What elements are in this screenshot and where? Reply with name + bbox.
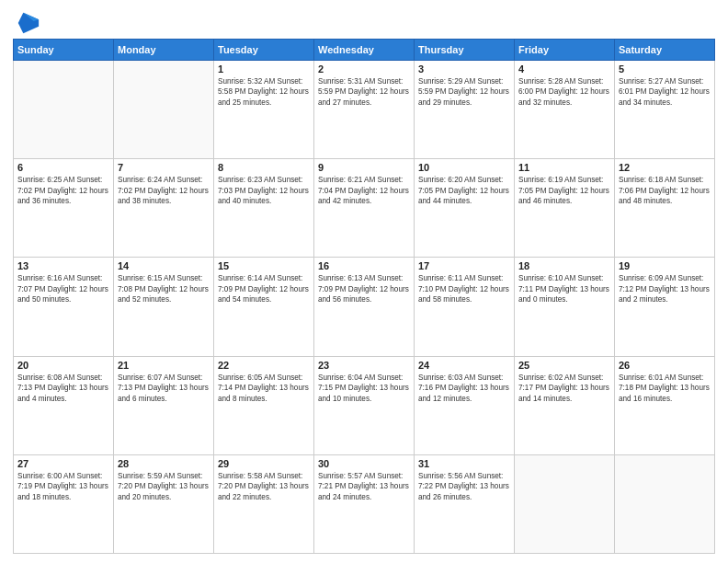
day-number: 31 [418,458,510,469]
day-content: Sunrise: 6:08 AM Sunset: 7:13 PM Dayligh… [17,373,109,404]
calendar-cell: 21Sunrise: 6:07 AM Sunset: 7:13 PM Dayli… [114,356,214,454]
calendar-cell [14,61,114,159]
calendar-cell: 11Sunrise: 6:19 AM Sunset: 7:05 PM Dayli… [515,159,615,258]
day-number: 28 [118,458,210,469]
day-content: Sunrise: 6:15 AM Sunset: 7:08 PM Dayligh… [118,273,210,304]
calendar-cell: 31Sunrise: 5:56 AM Sunset: 7:22 PM Dayli… [415,454,515,553]
day-content: Sunrise: 6:25 AM Sunset: 7:02 PM Dayligh… [17,175,109,206]
day-number: 24 [418,360,510,371]
day-content: Sunrise: 6:21 AM Sunset: 7:04 PM Dayligh… [318,175,410,206]
day-number: 21 [118,360,210,371]
calendar-week-row: 27Sunrise: 6:00 AM Sunset: 7:19 PM Dayli… [14,454,715,553]
day-number: 12 [619,162,711,173]
calendar-cell: 17Sunrise: 6:11 AM Sunset: 7:10 PM Dayli… [415,258,515,356]
day-number: 30 [318,458,410,469]
day-number: 8 [218,162,310,173]
calendar-cell [515,454,615,553]
calendar-cell: 16Sunrise: 6:13 AM Sunset: 7:09 PM Dayli… [314,258,415,356]
logo [13,13,40,35]
calendar-cell: 14Sunrise: 6:15 AM Sunset: 7:08 PM Dayli… [114,258,214,356]
calendar-week-row: 20Sunrise: 6:08 AM Sunset: 7:13 PM Dayli… [14,356,715,454]
day-content: Sunrise: 6:07 AM Sunset: 7:13 PM Dayligh… [118,373,210,404]
day-content: Sunrise: 5:56 AM Sunset: 7:22 PM Dayligh… [418,471,510,502]
day-number: 25 [518,360,610,371]
day-content: Sunrise: 6:00 AM Sunset: 7:19 PM Dayligh… [17,471,109,502]
day-number: 6 [17,162,109,173]
day-number: 27 [17,458,109,469]
day-content: Sunrise: 6:01 AM Sunset: 7:18 PM Dayligh… [619,373,711,404]
calendar-cell: 25Sunrise: 6:02 AM Sunset: 7:17 PM Dayli… [515,356,615,454]
calendar-cell: 8Sunrise: 6:23 AM Sunset: 7:03 PM Daylig… [214,159,314,258]
day-header-tuesday: Tuesday [214,40,314,61]
day-number: 19 [619,260,711,271]
day-number: 15 [218,260,310,271]
day-content: Sunrise: 6:23 AM Sunset: 7:03 PM Dayligh… [218,175,310,206]
day-content: Sunrise: 6:24 AM Sunset: 7:02 PM Dayligh… [118,175,210,206]
day-number: 4 [518,63,610,75]
day-number: 16 [318,260,410,271]
day-content: Sunrise: 6:20 AM Sunset: 7:05 PM Dayligh… [418,175,510,206]
calendar-cell: 26Sunrise: 6:01 AM Sunset: 7:18 PM Dayli… [615,356,715,454]
calendar-cell: 27Sunrise: 6:00 AM Sunset: 7:19 PM Dayli… [14,454,114,553]
day-content: Sunrise: 5:58 AM Sunset: 7:20 PM Dayligh… [218,471,310,502]
day-number: 22 [218,360,310,371]
logo-icon [15,9,40,35]
calendar-week-row: 6Sunrise: 6:25 AM Sunset: 7:02 PM Daylig… [14,159,715,258]
calendar-header-row: SundayMondayTuesdayWednesdayThursdayFrid… [14,40,715,61]
day-header-saturday: Saturday [615,40,715,61]
day-number: 1 [218,63,310,75]
day-content: Sunrise: 5:28 AM Sunset: 6:00 PM Dayligh… [518,76,610,108]
calendar-cell [114,61,214,159]
header [13,9,715,35]
calendar-cell: 6Sunrise: 6:25 AM Sunset: 7:02 PM Daylig… [14,159,114,258]
day-content: Sunrise: 6:16 AM Sunset: 7:07 PM Dayligh… [17,273,109,304]
page: SundayMondayTuesdayWednesdayThursdayFrid… [0,0,728,563]
calendar-week-row: 1Sunrise: 5:32 AM Sunset: 5:58 PM Daylig… [14,61,715,159]
day-number: 18 [518,260,610,271]
day-content: Sunrise: 6:10 AM Sunset: 7:11 PM Dayligh… [518,273,610,304]
calendar-cell: 15Sunrise: 6:14 AM Sunset: 7:09 PM Dayli… [214,258,314,356]
day-content: Sunrise: 6:14 AM Sunset: 7:09 PM Dayligh… [218,273,310,304]
day-content: Sunrise: 6:05 AM Sunset: 7:14 PM Dayligh… [218,373,310,404]
day-content: Sunrise: 5:32 AM Sunset: 5:58 PM Dayligh… [218,76,310,108]
day-content: Sunrise: 6:19 AM Sunset: 7:05 PM Dayligh… [518,175,610,206]
calendar-table: SundayMondayTuesdayWednesdayThursdayFrid… [13,39,715,554]
calendar-cell: 19Sunrise: 6:09 AM Sunset: 7:12 PM Dayli… [615,258,715,356]
day-number: 20 [17,360,109,371]
day-number: 10 [418,162,510,173]
day-header-monday: Monday [114,40,214,61]
calendar-cell: 5Sunrise: 5:27 AM Sunset: 6:01 PM Daylig… [615,61,715,159]
day-content: Sunrise: 5:27 AM Sunset: 6:01 PM Dayligh… [619,76,711,108]
day-number: 3 [418,63,510,75]
calendar-cell: 24Sunrise: 6:03 AM Sunset: 7:16 PM Dayli… [415,356,515,454]
calendar-cell: 29Sunrise: 5:58 AM Sunset: 7:20 PM Dayli… [214,454,314,553]
day-content: Sunrise: 6:18 AM Sunset: 7:06 PM Dayligh… [619,175,711,206]
calendar-cell: 12Sunrise: 6:18 AM Sunset: 7:06 PM Dayli… [615,159,715,258]
day-header-thursday: Thursday [415,40,515,61]
day-content: Sunrise: 6:03 AM Sunset: 7:16 PM Dayligh… [418,373,510,404]
day-number: 13 [17,260,109,271]
calendar-week-row: 13Sunrise: 6:16 AM Sunset: 7:07 PM Dayli… [14,258,715,356]
day-header-wednesday: Wednesday [314,40,415,61]
day-number: 11 [518,162,610,173]
calendar-cell: 2Sunrise: 5:31 AM Sunset: 5:59 PM Daylig… [314,61,415,159]
calendar-cell: 13Sunrise: 6:16 AM Sunset: 7:07 PM Dayli… [14,258,114,356]
day-number: 29 [218,458,310,469]
day-content: Sunrise: 6:13 AM Sunset: 7:09 PM Dayligh… [318,273,410,304]
calendar-cell: 23Sunrise: 6:04 AM Sunset: 7:15 PM Dayli… [314,356,415,454]
day-header-friday: Friday [515,40,615,61]
day-number: 23 [318,360,410,371]
day-number: 14 [118,260,210,271]
calendar-cell: 22Sunrise: 6:05 AM Sunset: 7:14 PM Dayli… [214,356,314,454]
day-number: 2 [318,63,410,75]
day-content: Sunrise: 6:02 AM Sunset: 7:17 PM Dayligh… [518,373,610,404]
calendar-cell: 9Sunrise: 6:21 AM Sunset: 7:04 PM Daylig… [314,159,415,258]
day-content: Sunrise: 5:31 AM Sunset: 5:59 PM Dayligh… [318,76,410,108]
day-number: 26 [619,360,711,371]
day-number: 7 [118,162,210,173]
day-content: Sunrise: 6:11 AM Sunset: 7:10 PM Dayligh… [418,273,510,304]
calendar-cell: 18Sunrise: 6:10 AM Sunset: 7:11 PM Dayli… [515,258,615,356]
calendar-cell: 1Sunrise: 5:32 AM Sunset: 5:58 PM Daylig… [214,61,314,159]
day-header-sunday: Sunday [14,40,114,61]
day-content: Sunrise: 6:04 AM Sunset: 7:15 PM Dayligh… [318,373,410,404]
